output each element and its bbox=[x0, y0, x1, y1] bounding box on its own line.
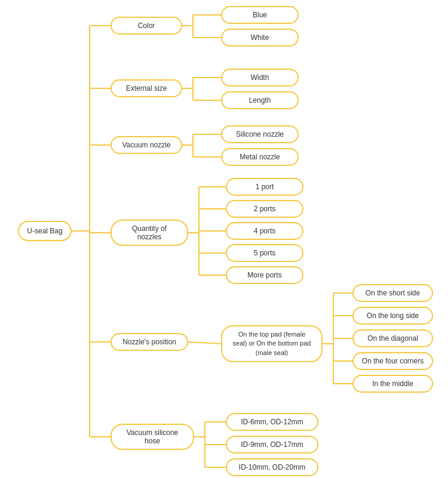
branch-vacuum-hose: Vacuum silicone hose bbox=[111, 424, 194, 450]
branch-quantity-nozzles: Quantity of nozzles bbox=[111, 220, 188, 246]
branch-vacuum-nozzle: Vacuum nozzle bbox=[111, 136, 182, 154]
leaf-middle: In the middle bbox=[352, 375, 433, 393]
leaf-top-pad: On the top pad (female seal) or On the b… bbox=[221, 325, 323, 362]
leaf-long-side: On the long side bbox=[352, 307, 433, 325]
leaf-4ports: 4 ports bbox=[226, 222, 303, 240]
svg-line-27 bbox=[188, 342, 221, 344]
leaf-white: White bbox=[221, 29, 299, 47]
branch-color: Color bbox=[111, 17, 182, 35]
leaf-metal-nozzle: Metal nozzle bbox=[221, 148, 299, 166]
leaf-diagonal: On the diagonal bbox=[352, 329, 433, 347]
leaf-silicone-nozzle: Silicone nozzle bbox=[221, 125, 299, 143]
branch-external-size: External size bbox=[111, 79, 182, 97]
leaf-width: Width bbox=[221, 69, 299, 87]
leaf-blue: Blue bbox=[221, 6, 299, 24]
leaf-od20: ID-10mm, OD-20mm bbox=[226, 458, 318, 476]
leaf-1port: 1 port bbox=[226, 178, 303, 196]
leaf-5ports: 5 ports bbox=[226, 244, 303, 262]
leaf-2ports: 2 ports bbox=[226, 200, 303, 218]
branch-nozzle-position: Nozzle's position bbox=[111, 333, 188, 351]
leaf-more-ports: More ports bbox=[226, 266, 303, 284]
leaf-four-corners: On the four corners bbox=[352, 352, 433, 370]
root-node: U-seal Bag bbox=[18, 221, 72, 241]
leaf-length: Length bbox=[221, 91, 299, 109]
leaf-od17: ID-9mm, OD-17mm bbox=[226, 436, 318, 454]
diagram-container: U-seal Bag Color Blue White External siz… bbox=[0, 0, 448, 478]
leaf-short-side: On the short side bbox=[352, 284, 433, 302]
leaf-od12: ID-6mm, OD-12mm bbox=[226, 413, 318, 431]
